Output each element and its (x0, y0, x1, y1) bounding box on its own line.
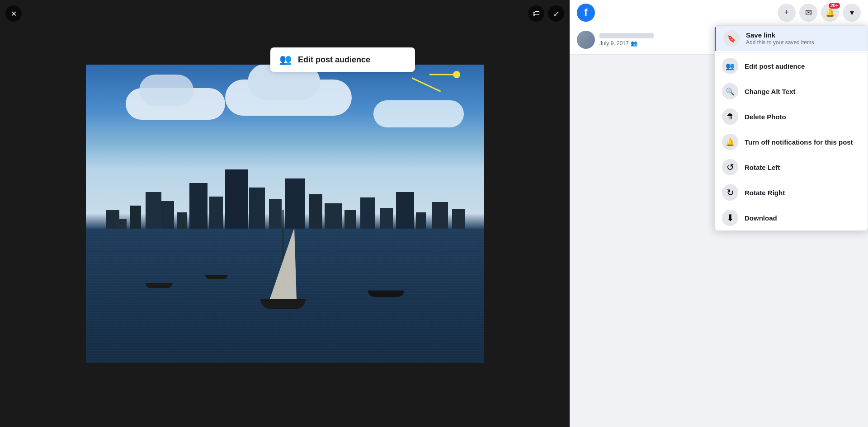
menu-item-edit-audience[interactable]: 👥 Edit post audience (715, 53, 868, 79)
username-placeholder (599, 33, 654, 38)
delete-photo-icon: 🗑 (722, 108, 738, 125)
messenger-button[interactable]: ✉ (799, 4, 817, 22)
cloud-1 (126, 88, 225, 120)
sidebar: f + ✉ 🔔 20+ ▾ (570, 0, 868, 427)
add-button[interactable]: + (778, 4, 796, 22)
rotate-right-content: Rotate Right (745, 189, 785, 197)
tooltip-box: 👥 Edit post audience (270, 47, 415, 72)
expand-button[interactable]: ⤢ (548, 5, 564, 22)
rotate-left-icon: ↺ (722, 159, 738, 175)
turn-off-notifications-icon: 🔔 (722, 134, 738, 150)
change-alt-text-icon: 🔍 (722, 83, 738, 99)
cloud-2 (225, 80, 352, 116)
dropdown-menu: 🔖 Save link Add this to your saved items… (714, 25, 868, 231)
change-alt-text-content: Change Alt Text (745, 88, 796, 95)
download-content: Download (745, 214, 777, 222)
menu-item-save-link[interactable]: 🔖 Save link Add this to your saved items (715, 26, 868, 51)
photo-area: ✕ 🏷 ⤢ 👥 Edit post audience (0, 0, 570, 427)
facebook-nav: f (577, 4, 595, 22)
topbar: f + ✉ 🔔 20+ ▾ (570, 0, 868, 25)
facebook-logo: f (577, 4, 595, 22)
add-icon: + (784, 8, 789, 17)
change-alt-text-title: Change Alt Text (745, 88, 796, 95)
menu-item-delete-photo[interactable]: 🗑 Delete Photo (715, 104, 868, 129)
sailboat (265, 210, 301, 309)
chevron-down-icon: ▾ (850, 8, 854, 18)
friends-icon: 👥 (631, 40, 637, 47)
turn-off-notifications-content: Turn off notifications for this post (745, 138, 853, 146)
messenger-icon: ✉ (805, 8, 812, 18)
photo-image (86, 65, 484, 363)
save-link-title: Save link (746, 31, 814, 39)
user-info: July 9, 2017 👥 (577, 31, 654, 49)
account-dropdown-button[interactable]: ▾ (843, 4, 861, 22)
rotate-right-icon: ↻ (722, 184, 738, 201)
delete-photo-content: Delete Photo (745, 113, 786, 121)
menu-divider-1 (715, 52, 868, 52)
post-date-text: July 9, 2017 (599, 40, 629, 47)
tag-button[interactable]: 🏷 (528, 5, 544, 22)
tooltip-icon: 👥 (279, 54, 292, 66)
user-meta: July 9, 2017 👥 (599, 33, 654, 47)
post-date: July 9, 2017 👥 (599, 40, 654, 47)
rotate-left-content: Rotate Left (745, 164, 780, 171)
tooltip-text: Edit post audience (298, 55, 370, 65)
edit-audience-icon: 👥 (722, 58, 738, 74)
cloud-3 (373, 100, 464, 127)
close-button[interactable]: ✕ (5, 5, 22, 22)
edit-audience-title: Edit post audience (745, 62, 805, 70)
notifications-badge: 20+ (829, 3, 840, 9)
menu-item-rotate-left[interactable]: ↺ Rotate Left (715, 155, 868, 180)
nav-right: + ✉ 🔔 20+ ▾ (778, 4, 861, 22)
menu-item-download[interactable]: ⬇ Download (715, 205, 868, 230)
turn-off-notifications-title: Turn off notifications for this post (745, 138, 853, 146)
rotate-right-title: Rotate Right (745, 189, 785, 197)
photo-controls: ✕ 🏷 ⤢ (5, 5, 564, 22)
save-link-content: Save link Add this to your saved items (746, 31, 814, 46)
save-link-icon: 🔖 (723, 30, 740, 47)
download-icon: ⬇ (722, 210, 738, 226)
menu-item-rotate-right[interactable]: ↻ Rotate Right (715, 180, 868, 205)
avatar (577, 31, 595, 49)
rotate-left-title: Rotate Left (745, 164, 780, 171)
download-title: Download (745, 214, 777, 222)
notifications-button[interactable]: 🔔 20+ (821, 4, 839, 22)
notifications-icon: 🔔 (825, 8, 835, 18)
app-container: ✕ 🏷 ⤢ 👥 Edit post audience f + (0, 0, 868, 427)
edit-audience-content: Edit post audience (745, 62, 805, 70)
menu-item-change-alt-text[interactable]: 🔍 Change Alt Text (715, 79, 868, 104)
delete-photo-title: Delete Photo (745, 113, 786, 121)
menu-item-turn-off-notifications[interactable]: 🔔 Turn off notifications for this post (715, 129, 868, 155)
save-link-subtitle: Add this to your saved items (746, 39, 814, 46)
